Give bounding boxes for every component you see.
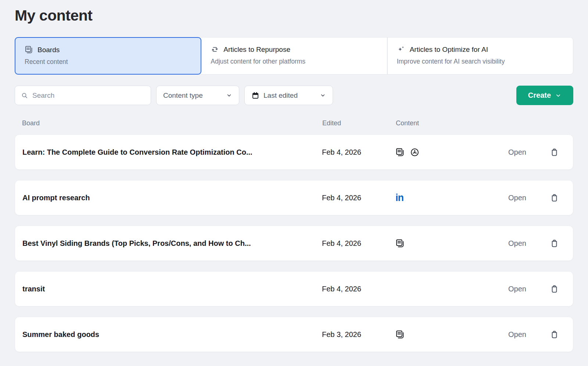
- globe-icon: [410, 148, 419, 157]
- content-type-label: Content type: [163, 92, 203, 100]
- edited-date: Feb 3, 2026: [322, 330, 395, 339]
- column-header-board: Board: [22, 119, 322, 127]
- content-tabs: Boards Recent content Articles to Repurp…: [15, 37, 573, 75]
- row-actions: Open: [508, 193, 559, 202]
- open-link[interactable]: Open: [508, 239, 526, 248]
- sparkles-icon: [397, 45, 405, 54]
- create-button[interactable]: Create: [516, 86, 573, 105]
- board-title: AI prompt research: [22, 194, 322, 202]
- board-title: transit: [22, 285, 322, 293]
- delete-button[interactable]: [550, 193, 559, 202]
- chevron-down-icon: [320, 92, 326, 98]
- tab-boards[interactable]: Boards Recent content: [15, 37, 201, 75]
- board-list: Learn: The Complete Guide to Conversion …: [15, 134, 573, 352]
- table-header: Board Edited Content: [15, 118, 573, 128]
- page-title: My content: [15, 7, 573, 24]
- table-row[interactable]: Learn: The Complete Guide to Conversion …: [15, 134, 573, 170]
- boards-icon: [395, 239, 405, 248]
- trash-icon: [550, 148, 559, 157]
- repurpose-icon: [211, 45, 219, 54]
- edited-date: Feb 4, 2026: [322, 239, 395, 248]
- board-title: Best Vinyl Siding Brands (Top Picks, Pro…: [22, 239, 322, 248]
- row-actions: Open: [508, 330, 559, 339]
- tab-articles-to-optimize-for-ai[interactable]: Articles to Optimize for AI Improve cont…: [387, 37, 573, 75]
- boards-icon: [395, 148, 405, 157]
- row-actions: Open: [508, 284, 559, 294]
- content-type-dropdown[interactable]: Content type: [156, 86, 239, 105]
- board-title: Summer baked goods: [22, 330, 322, 339]
- open-link[interactable]: Open: [508, 330, 526, 339]
- search-input[interactable]: [32, 92, 145, 100]
- content-icons: [395, 239, 508, 248]
- open-link[interactable]: Open: [508, 285, 526, 293]
- boards-icon: [395, 330, 405, 339]
- chevron-down-icon: [226, 92, 232, 98]
- open-link[interactable]: Open: [508, 194, 526, 202]
- last-edited-dropdown[interactable]: Last edited: [244, 86, 333, 105]
- my-content-page: My content Boards Recent content Article…: [0, 0, 588, 352]
- tab-label: Articles to Repurpose: [223, 46, 290, 54]
- trash-icon: [550, 330, 559, 339]
- open-link[interactable]: Open: [508, 148, 526, 157]
- column-header-edited: Edited: [322, 119, 396, 127]
- edited-date: Feb 4, 2026: [322, 194, 395, 202]
- delete-button[interactable]: [550, 284, 559, 294]
- linkedin-icon: in: [395, 193, 405, 202]
- table-row[interactable]: Best Vinyl Siding Brands (Top Picks, Pro…: [15, 226, 573, 261]
- edited-date: Feb 4, 2026: [322, 285, 395, 293]
- tab-articles-to-repurpose[interactable]: Articles to Repurpose Adjust content for…: [201, 37, 387, 75]
- row-actions: Open: [508, 148, 559, 157]
- column-header-content: Content: [396, 119, 509, 127]
- toolbar: Content type Last edited Create: [15, 86, 573, 105]
- tab-subtitle: Recent content: [25, 58, 191, 66]
- tab-label: Articles to Optimize for AI: [410, 46, 488, 54]
- create-button-label: Create: [528, 91, 551, 100]
- table-row[interactable]: Summer baked goods Feb 3, 2026 Open: [15, 317, 573, 352]
- edited-date: Feb 4, 2026: [322, 148, 395, 157]
- trash-icon: [550, 193, 559, 202]
- board-title: Learn: The Complete Guide to Conversion …: [22, 148, 322, 157]
- search-box: [15, 86, 151, 105]
- delete-button[interactable]: [550, 239, 559, 248]
- table-row[interactable]: AI prompt research Feb 4, 2026 in Open: [15, 180, 573, 215]
- calendar-icon: [251, 92, 259, 100]
- trash-icon: [550, 239, 559, 248]
- last-edited-label: Last edited: [263, 92, 298, 100]
- search-icon: [21, 92, 28, 99]
- content-icons: [395, 330, 508, 339]
- tab-label: Boards: [37, 46, 60, 54]
- delete-button[interactable]: [550, 330, 559, 339]
- table-row[interactable]: transit Feb 4, 2026 Open: [15, 271, 573, 306]
- row-actions: Open: [508, 239, 559, 248]
- tab-subtitle: Improve content for AI search visibility: [397, 58, 564, 65]
- content-icons: [395, 148, 508, 157]
- chevron-down-icon: [555, 92, 562, 99]
- trash-icon: [550, 284, 559, 294]
- content-icons: in: [395, 193, 508, 202]
- tab-subtitle: Adjust content for other platforms: [211, 58, 377, 65]
- boards-icon: [25, 46, 33, 54]
- delete-button[interactable]: [550, 148, 559, 157]
